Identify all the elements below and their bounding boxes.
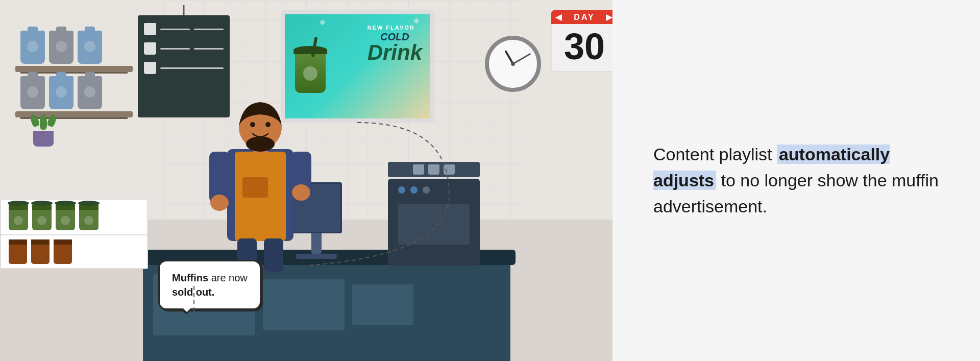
- machine-btn-1: [398, 186, 405, 194]
- machine-btn-2: [410, 186, 418, 194]
- svg-rect-2: [242, 177, 268, 198]
- ad-title: COLD Drink: [368, 32, 422, 63]
- green-cup-2: [32, 204, 52, 230]
- brown-cup-3: [54, 239, 72, 264]
- cal-left-arrow: ◀: [555, 12, 563, 22]
- green-cup-4: [79, 204, 99, 230]
- machine-buttons: [388, 179, 480, 201]
- clock-hand-min: [512, 53, 531, 65]
- svg-point-10: [250, 122, 255, 127]
- menu-line-1b: [194, 29, 224, 30]
- coffee-bag-gray-3: [78, 76, 102, 109]
- ad-drink-straw: [311, 37, 318, 57]
- description-text: Content playlist automatically adjusts t…: [653, 141, 939, 220]
- ad-drink-circle: [303, 66, 317, 81]
- menu-line-1: [160, 29, 190, 30]
- menu-line-2b: [194, 48, 224, 50]
- green-cups-row: [1, 200, 147, 235]
- snowflake-2: ❄: [413, 17, 420, 25]
- coffee-machine: [388, 162, 485, 264]
- svg-point-6: [292, 184, 310, 201]
- calendar: ◀ DAY ▶ 30: [551, 10, 618, 72]
- machine-cup-2: [428, 164, 439, 175]
- brown-cup-1: [9, 239, 27, 264]
- counter-panel-3: [352, 284, 413, 325]
- cup-lid-3: [55, 201, 76, 206]
- bubble-line2: sold out.: [172, 286, 214, 298]
- plant-pot: [33, 131, 54, 147]
- speech-bubble: Muffins are now sold out.: [158, 260, 261, 310]
- plant: [31, 114, 56, 147]
- machine-btn-3: [423, 186, 430, 194]
- leaf-left: [29, 113, 40, 127]
- coffee-bag-blue-3: [49, 76, 74, 109]
- cup-lid-1: [8, 201, 29, 206]
- snowflake-1: ❄: [320, 18, 326, 27]
- right-panel: Content playlist automatically adjusts t…: [612, 0, 980, 361]
- menu-cup-icon-3: [144, 62, 156, 74]
- brown-cup-2: [31, 239, 50, 264]
- menu-line-2: [160, 48, 190, 50]
- bubble-bold: Muffins: [172, 272, 208, 283]
- cal-day-label: DAY: [574, 13, 595, 22]
- counter-panel-2: [263, 279, 345, 330]
- menu-cup-icon-2: [144, 42, 156, 55]
- coffee-bag-blue-1: [20, 31, 45, 64]
- green-cup-1: [9, 204, 28, 230]
- machine-cup-3: [444, 164, 455, 175]
- clock-center: [511, 62, 515, 66]
- leaf-right: [46, 113, 57, 127]
- green-cup-3: [56, 204, 75, 230]
- svg-rect-13: [264, 238, 283, 272]
- coffee-bag-gray-2: [20, 76, 45, 109]
- ad-label: NEW FLAVOR: [368, 25, 422, 31]
- ad-title-line2: Drink: [368, 42, 422, 63]
- scene-container: ❄ ❄ NEW FLAVOR COLD Drink ◀ DAY ▶: [0, 0, 612, 361]
- svg-point-9: [246, 136, 275, 152]
- brown-cups-row: [1, 235, 147, 268]
- svg-point-5: [210, 195, 229, 211]
- shelf-board-top: [15, 66, 133, 72]
- cup-lid-2: [31, 201, 53, 206]
- leaf-center: [40, 114, 47, 130]
- desc-part1: Content playlist: [653, 145, 777, 164]
- calendar-day-number: 30: [557, 28, 611, 65]
- ad-drink-cup: [295, 52, 326, 93]
- machine-top: [388, 162, 480, 177]
- cup-lid-4: [78, 201, 100, 206]
- clock: [485, 36, 541, 92]
- clock-face: [485, 36, 541, 92]
- bubble-line1-rest: are now: [208, 272, 248, 283]
- left-shelf: [15, 31, 133, 117]
- barista-figure: [204, 93, 316, 272]
- menu-cup-icon-1: [144, 23, 156, 35]
- bubble-text: Muffins are now sold out.: [172, 271, 248, 299]
- svg-point-11: [265, 122, 271, 127]
- calendar-body: 30: [551, 24, 618, 72]
- machine-body: [388, 179, 480, 266]
- machine-front: [398, 204, 470, 245]
- lower-shelf: [0, 199, 148, 269]
- calendar-header: ◀ DAY ▶: [551, 10, 618, 24]
- menu-line-3: [160, 67, 224, 69]
- coffee-bag-blue-2: [78, 31, 102, 64]
- coffee-bag-gray-1: [49, 31, 74, 64]
- machine-cup-1: [413, 164, 424, 175]
